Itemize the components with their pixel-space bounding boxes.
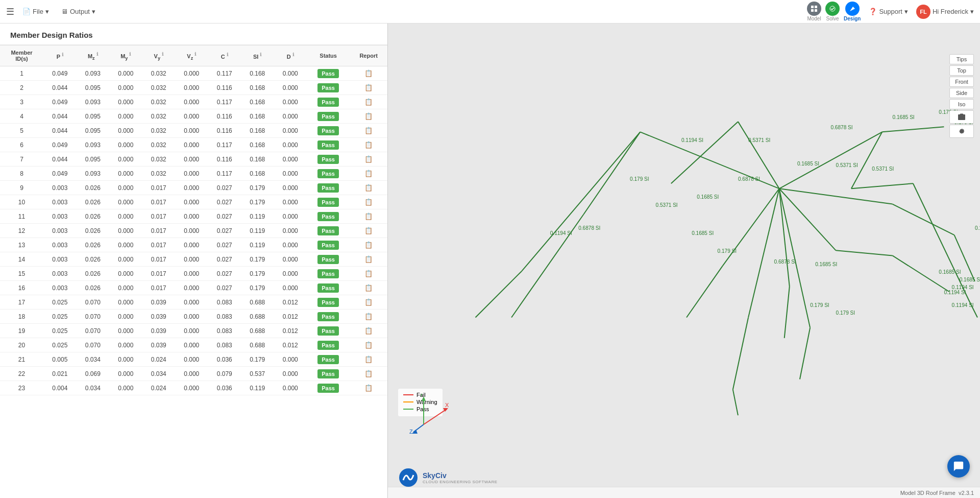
cell-report[interactable]: 📋 — [350, 81, 387, 95]
cell-c: 0.079 — [208, 367, 241, 381]
cell-vz: 0.000 — [175, 281, 208, 295]
cell-report[interactable]: 📋 — [350, 124, 387, 138]
svg-text:X: X — [445, 402, 449, 408]
col-member-id: MemberID(s) — [0, 45, 43, 66]
cell-my: 0.000 — [109, 267, 142, 281]
cell-si: 0.168 — [241, 81, 274, 95]
tips-button[interactable]: Tips — [949, 54, 974, 64]
cell-report[interactable]: 📋 — [350, 352, 387, 367]
cell-report[interactable]: 📋 — [350, 310, 387, 324]
cell-vy: 0.032 — [142, 138, 175, 152]
table-row: 19 0.025 0.070 0.000 0.039 0.000 0.083 0… — [0, 324, 387, 338]
skyciv-subtitle: CLOUD ENGINEERING SOFTWARE — [423, 480, 498, 484]
cell-vz: 0.000 — [175, 109, 208, 124]
cell-d: 0.000 — [274, 281, 306, 295]
cell-c: 0.083 — [208, 324, 241, 338]
cell-p: 0.003 — [43, 181, 76, 195]
solve-step[interactable]: Solve — [825, 2, 840, 21]
cell-mz: 0.026 — [77, 181, 109, 195]
table-wrapper[interactable]: MemberID(s) P ℹ Mz ℹ My ℹ Vy ℹ Vz ℹ C ℹ … — [0, 45, 387, 498]
user-arrow-icon: ▾ — [970, 8, 974, 15]
cell-vy: 0.017 — [142, 238, 175, 252]
cell-status: Pass — [307, 252, 350, 267]
cell-my: 0.000 — [109, 352, 142, 367]
cell-report[interactable]: 📋 — [350, 167, 387, 181]
cell-mz: 0.095 — [77, 81, 109, 95]
cell-d: 0.000 — [274, 267, 306, 281]
cell-vy: 0.039 — [142, 338, 175, 352]
cell-si: 0.119 — [241, 209, 274, 224]
skyciv-logo: SkyCiv CLOUD ENGINEERING SOFTWARE — [398, 467, 498, 488]
cell-report[interactable]: 📋 — [350, 281, 387, 295]
cell-report[interactable]: 📋 — [350, 367, 387, 381]
cell-si: 0.537 — [241, 367, 274, 381]
svg-line-25 — [785, 287, 790, 338]
hamburger-menu-icon[interactable]: ☰ — [6, 6, 14, 17]
cell-report[interactable]: 📋 — [350, 295, 387, 310]
svg-text:0.6878 SI: 0.6878 SI — [774, 259, 796, 265]
cell-si: 0.179 — [241, 252, 274, 267]
cell-report[interactable]: 📋 — [350, 138, 387, 152]
cell-report[interactable]: 📋 — [350, 267, 387, 281]
table-row: 2 0.044 0.095 0.000 0.032 0.000 0.116 0.… — [0, 81, 387, 95]
settings-button[interactable] — [949, 125, 974, 138]
file-menu[interactable]: 📄 File ▾ — [22, 8, 49, 15]
cell-si: 0.688 — [241, 338, 274, 352]
model-step[interactable]: Model — [807, 2, 821, 21]
cell-report[interactable]: 📋 — [350, 66, 387, 81]
cell-report[interactable]: 📋 — [350, 152, 387, 167]
cell-report[interactable]: 📋 — [350, 195, 387, 209]
svg-text:0.5371 SI: 0.5371 SI — [836, 162, 858, 168]
cell-report[interactable]: 📋 — [350, 324, 387, 338]
cell-my: 0.000 — [109, 138, 142, 152]
svg-line-28 — [748, 188, 779, 317]
cell-report[interactable]: 📋 — [350, 252, 387, 267]
top-view-button[interactable]: Top — [949, 65, 974, 76]
cell-report[interactable]: 📋 — [350, 181, 387, 195]
svg-line-13 — [882, 127, 944, 132]
camera-button[interactable] — [949, 110, 974, 124]
support-button[interactable]: ❓ Support ▾ — [869, 8, 908, 15]
cell-status: Pass — [307, 124, 350, 138]
iso-view-button[interactable]: Iso — [949, 99, 974, 109]
cell-mz: 0.069 — [77, 367, 109, 381]
cell-report[interactable]: 📋 — [350, 209, 387, 224]
version-label: v2.3.1 — [959, 490, 974, 496]
cell-id: 21 — [0, 352, 43, 367]
svg-text:0.6878 SI: 0.6878 SI — [578, 225, 600, 231]
cell-p: 0.044 — [43, 124, 76, 138]
front-view-button[interactable]: Front — [949, 77, 974, 87]
table-row: 12 0.003 0.026 0.000 0.017 0.000 0.027 0… — [0, 224, 387, 238]
user-menu[interactable]: FL Hi Frederick ▾ — [916, 5, 974, 19]
table-row: 23 0.004 0.034 0.000 0.024 0.000 0.036 0… — [0, 381, 387, 395]
cell-vz: 0.000 — [175, 95, 208, 109]
cell-report[interactable]: 📋 — [350, 238, 387, 252]
cell-report[interactable]: 📋 — [350, 224, 387, 238]
design-icon — [845, 2, 860, 16]
cell-report[interactable]: 📋 — [350, 338, 387, 352]
col-p: P ℹ — [43, 45, 76, 66]
side-view-button[interactable]: Side — [949, 88, 974, 98]
chat-button[interactable] — [947, 455, 970, 478]
cell-si: 0.179 — [241, 195, 274, 209]
svg-text:0.1685 SI: 0.1685 SI — [697, 194, 719, 200]
col-vy: Vy ℹ — [142, 45, 175, 66]
table-row: 5 0.044 0.095 0.000 0.032 0.000 0.116 0.… — [0, 124, 387, 138]
cell-report[interactable]: 📋 — [350, 95, 387, 109]
cell-c: 0.117 — [208, 95, 241, 109]
design-step[interactable]: Design — [844, 2, 861, 21]
cell-p: 0.025 — [43, 310, 76, 324]
output-menu[interactable]: 🖥 Output ▾ — [61, 8, 95, 15]
cell-c: 0.027 — [208, 195, 241, 209]
cell-report[interactable]: 📋 — [350, 381, 387, 395]
cell-my: 0.000 — [109, 252, 142, 267]
cell-status: Pass — [307, 267, 350, 281]
cell-report[interactable]: 📋 — [350, 109, 387, 124]
cell-d: 0.000 — [274, 167, 306, 181]
table-row: 10 0.003 0.026 0.000 0.017 0.000 0.027 0… — [0, 195, 387, 209]
design-table: MemberID(s) P ℹ Mz ℹ My ℹ Vy ℹ Vz ℹ C ℹ … — [0, 45, 387, 395]
cell-my: 0.000 — [109, 238, 142, 252]
cell-mz: 0.095 — [77, 109, 109, 124]
cell-my: 0.000 — [109, 310, 142, 324]
cell-c: 0.083 — [208, 310, 241, 324]
